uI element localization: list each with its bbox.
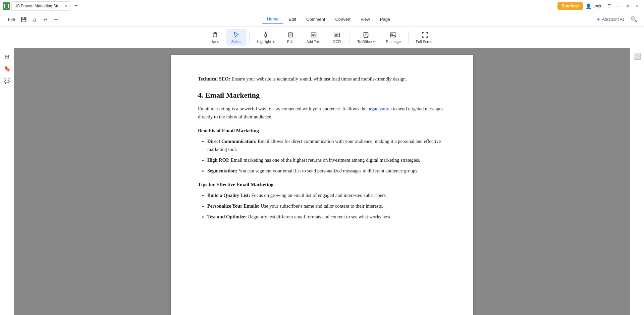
tab-page[interactable]: Page bbox=[375, 15, 395, 24]
benefit-high-roi: High ROI: Email marketing has one of the… bbox=[207, 156, 446, 164]
sidebar-thumbnail-icon[interactable]: ⊞ bbox=[2, 51, 12, 62]
app-logo bbox=[3, 2, 10, 10]
select-tool-button[interactable]: Select bbox=[226, 29, 247, 46]
menu-bar: File 💾 🖨 ↩ ↪ Home Edit Comment Convert V… bbox=[0, 12, 644, 27]
tab-view[interactable]: View bbox=[356, 15, 375, 24]
benefit-2-title: High ROI: bbox=[207, 157, 229, 163]
to-office-label: To Office bbox=[357, 40, 372, 44]
highlight-label: Highlight bbox=[257, 40, 271, 44]
tip-1-title: Build a Quality List: bbox=[207, 193, 250, 198]
title-bar: 10 Proven Marketing Str... ✕ + Buy Now 👤… bbox=[0, 0, 644, 12]
toolbar: Hand Select Highlight ▾ Edit bbox=[0, 27, 644, 48]
full-screen-icon bbox=[421, 31, 429, 39]
close-button[interactable]: ✕ bbox=[633, 2, 641, 10]
tip-test-optimize: Test and Optimize: Regularly test differ… bbox=[207, 213, 446, 221]
to-image-icon bbox=[389, 31, 397, 39]
select-label: Select bbox=[231, 40, 241, 44]
hand-icon bbox=[211, 31, 219, 39]
tip-3-title: Test and Optimize: bbox=[207, 214, 247, 219]
document-tab[interactable]: 10 Proven Marketing Str... ✕ bbox=[11, 1, 71, 11]
sidebar-comment-icon[interactable]: 💬 bbox=[2, 75, 12, 86]
menu-icon[interactable]: ☰ bbox=[605, 2, 613, 10]
buy-now-button[interactable]: Buy Now bbox=[557, 2, 583, 10]
edit-label: Edit bbox=[287, 40, 293, 44]
redo-icon[interactable]: ↪ bbox=[51, 15, 61, 24]
new-tab-button[interactable]: + bbox=[72, 2, 80, 10]
file-menu[interactable]: File bbox=[5, 15, 18, 23]
benefits-list: Direct Communication: Email allows for d… bbox=[198, 138, 446, 175]
title-bar-right: Buy Now 👤 Login ☰ — ⧉ ✕ bbox=[557, 2, 641, 10]
toolbar-separator-3 bbox=[408, 31, 409, 44]
save-icon[interactable]: 💾 bbox=[19, 15, 29, 24]
technical-seo-text: Technical SEO: Ensure your website is te… bbox=[198, 75, 446, 83]
tab-edit[interactable]: Edit bbox=[284, 15, 301, 24]
add-text-tool-button[interactable]: Add Text bbox=[302, 29, 326, 46]
tab-convert[interactable]: Convert bbox=[330, 15, 355, 24]
sidebar-right-icon[interactable]: ⬜ bbox=[632, 51, 643, 62]
tab-close-icon[interactable]: ✕ bbox=[64, 4, 67, 8]
tab-title: 10 Proven Marketing Str... bbox=[15, 4, 62, 8]
to-image-tool-button[interactable]: To Image bbox=[381, 29, 405, 46]
ocr-label: OCR bbox=[333, 40, 341, 44]
section-4-heading: 4. Email Marketing bbox=[198, 91, 446, 100]
tab-comment[interactable]: Comment bbox=[302, 15, 330, 24]
add-text-label: Add Text bbox=[307, 40, 321, 44]
add-text-icon bbox=[310, 31, 317, 39]
tips-heading: Tips for Effective Email Marketing bbox=[198, 182, 446, 188]
menu-right: ✦ Afirstsoft AI 🔍 bbox=[594, 15, 639, 24]
menu-tabs: Home Edit Comment Convert View Page bbox=[65, 14, 592, 24]
right-sidebar: ⬜ bbox=[630, 48, 644, 315]
pdf-content-area[interactable]: Technical SEO: Ensure your website is te… bbox=[14, 48, 630, 315]
benefit-segmentation: Segmentation: You can segment your email… bbox=[207, 167, 446, 175]
highlight-icon bbox=[262, 31, 269, 39]
edit-icon bbox=[287, 31, 294, 39]
to-office-icon bbox=[362, 31, 370, 39]
hand-tool-button[interactable]: Hand bbox=[205, 29, 225, 46]
edit-tool-button[interactable]: Edit bbox=[280, 29, 301, 46]
benefits-heading: Benefits of Email Marketing bbox=[198, 128, 446, 134]
ai-button[interactable]: ✦ Afirstsoft AI bbox=[594, 15, 627, 23]
full-screen-tool-button[interactable]: Full Screen bbox=[411, 29, 439, 46]
maximize-button[interactable]: ⧉ bbox=[624, 2, 632, 10]
tips-list: Build a Quality List: Focus on growing a… bbox=[198, 192, 446, 221]
print-icon[interactable]: 🖨 bbox=[30, 15, 39, 24]
svg-point-17 bbox=[391, 34, 392, 35]
quick-actions: 💾 🖨 ↩ ↪ bbox=[19, 15, 61, 24]
toolbar-separator-2 bbox=[350, 31, 350, 44]
tab-home[interactable]: Home bbox=[262, 14, 283, 24]
undo-icon[interactable]: ↩ bbox=[41, 15, 50, 24]
file-label: File bbox=[8, 17, 15, 22]
benefit-1-title: Direct Communication: bbox=[207, 139, 257, 144]
search-button[interactable]: 🔍 bbox=[629, 15, 639, 24]
sidebar-bookmark-icon[interactable]: 🔖 bbox=[2, 63, 12, 74]
tip-personalize: Personalize Your Emails: Use your subscr… bbox=[207, 202, 446, 210]
select-icon bbox=[233, 31, 240, 39]
toolbar-separator-1 bbox=[249, 31, 250, 44]
tip-2-title: Personalize Your Emails: bbox=[207, 203, 259, 209]
to-office-tool-button[interactable]: To Office ▾ bbox=[353, 29, 379, 46]
ocr-tool-button[interactable]: OCR bbox=[327, 29, 347, 46]
login-button[interactable]: 👤 Login bbox=[586, 3, 602, 9]
highlight-tool-button[interactable]: Highlight ▾ bbox=[252, 29, 279, 46]
ocr-icon bbox=[333, 31, 340, 39]
ai-star-icon: ✦ bbox=[596, 17, 600, 22]
benefit-direct-communication: Direct Communication: Email allows for d… bbox=[207, 138, 446, 154]
to-office-arrow-icon: ▾ bbox=[373, 40, 375, 44]
hand-label: Hand bbox=[211, 40, 219, 44]
highlight-arrow-icon: ▾ bbox=[273, 40, 274, 44]
left-sidebar: ⊞ 🔖 💬 bbox=[0, 48, 14, 315]
tip-build-list: Build a Quality List: Focus on growing a… bbox=[207, 192, 446, 200]
pdf-content: Technical SEO: Ensure your website is te… bbox=[198, 75, 446, 221]
login-label: Login bbox=[593, 4, 602, 8]
email-marketing-intro: Email marketing is a powerful way to sta… bbox=[198, 105, 446, 121]
full-screen-label: Full Screen bbox=[416, 40, 435, 44]
benefit-3-title: Segmentation: bbox=[207, 168, 237, 173]
to-image-label: To Image bbox=[385, 40, 400, 44]
svg-rect-0 bbox=[265, 34, 267, 36]
pdf-page: Technical SEO: Ensure your website is te… bbox=[171, 55, 473, 315]
window-controls: ☰ — ⧉ ✕ bbox=[605, 2, 641, 10]
organization-link[interactable]: organization bbox=[368, 106, 392, 111]
minimize-button[interactable]: — bbox=[614, 2, 623, 10]
svg-rect-9 bbox=[334, 33, 340, 37]
title-bar-left: 10 Proven Marketing Str... ✕ + bbox=[3, 1, 80, 11]
